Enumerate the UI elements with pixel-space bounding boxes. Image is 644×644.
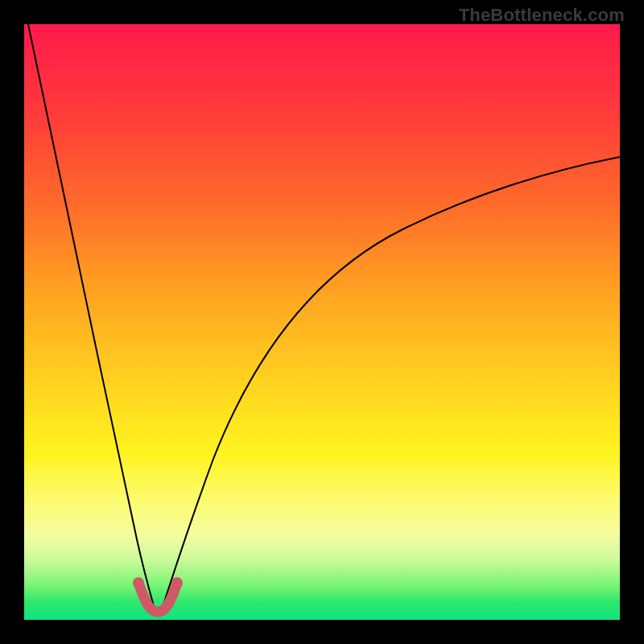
watermark-source: TheBottleneck.com xyxy=(459,5,625,26)
highlight-end-dot-left xyxy=(133,577,144,588)
curve-layer xyxy=(24,24,620,620)
bottleneck-curve-right xyxy=(161,157,620,612)
highlight-mid-dot-left xyxy=(142,599,151,609)
highlight-mid-dot-right xyxy=(164,599,174,609)
chart-frame: TheBottleneck.com xyxy=(0,0,644,644)
plot-area xyxy=(24,24,620,620)
highlight-end-dot-right xyxy=(171,577,183,588)
bottleneck-curve-left xyxy=(28,24,155,612)
